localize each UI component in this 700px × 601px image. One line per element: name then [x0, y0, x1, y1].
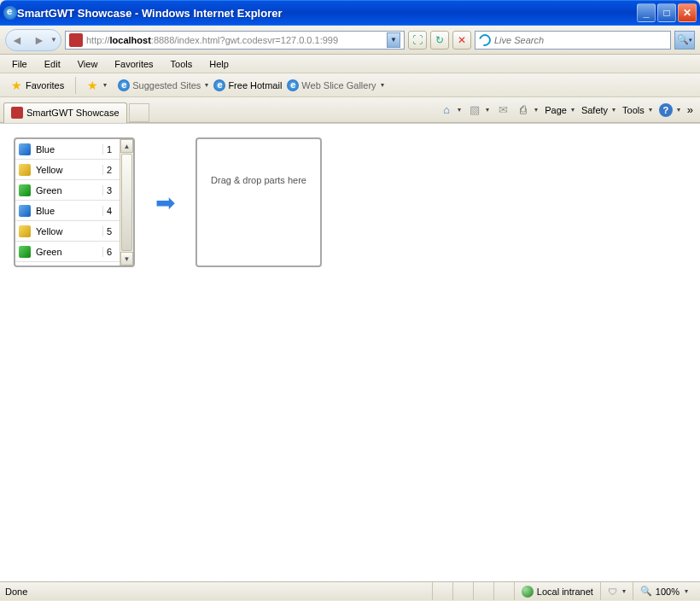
zoom-value: 100% — [656, 586, 680, 597]
ie-icon — [118, 79, 130, 91]
list-item[interactable]: Yellow5 — [15, 221, 120, 242]
tab-favicon — [11, 107, 23, 119]
list-item[interactable]: Blue1 — [15, 139, 120, 160]
menu-view[interactable]: View — [69, 56, 107, 72]
address-host: localhost — [110, 35, 151, 45]
feeds-button[interactable]: ▧▾ — [464, 102, 493, 119]
mail-button[interactable]: ✉ — [493, 102, 513, 119]
scrollbar[interactable]: ▲ ▼ — [120, 139, 133, 265]
webslice-label: Web Slice Gallery — [301, 80, 376, 90]
page-menu[interactable]: Page▾ — [541, 103, 578, 117]
list-body: Blue1 Yellow2 Green3 Blue4 Yellow5 Green… — [15, 139, 120, 265]
rss-icon: ▧ — [468, 103, 481, 117]
tools-label: Tools — [622, 105, 645, 115]
address-text: http://localhost:8888/index.html?gwt.cod… — [86, 35, 383, 45]
cube-icon — [19, 184, 31, 196]
item-num: 3 — [102, 185, 120, 195]
item-num: 4 — [102, 206, 120, 216]
home-button[interactable]: ⌂▾ — [436, 102, 464, 119]
item-name: Blue — [34, 144, 102, 155]
forward-button[interactable]: ► — [28, 30, 50, 50]
page-content: Blue1 Yellow2 Green3 Blue4 Yellow5 Green… — [0, 123, 700, 581]
address-protocol: http:// — [86, 35, 110, 45]
menu-file[interactable]: File — [3, 56, 36, 72]
hotmail-label: Free Hotmail — [228, 80, 282, 90]
item-num: 6 — [102, 247, 120, 257]
menu-bar: File Edit View Favorites Tools Help — [0, 55, 700, 73]
status-cell — [473, 582, 493, 600]
item-num: 5 — [102, 226, 120, 236]
cube-icon — [19, 143, 31, 155]
safety-menu[interactable]: Safety▾ — [578, 103, 619, 117]
scroll-thumb[interactable] — [121, 154, 132, 251]
status-text: Done — [5, 586, 432, 597]
scroll-down-button[interactable]: ▼ — [120, 252, 133, 265]
address-dropdown[interactable]: ▼ — [387, 32, 400, 48]
address-bar[interactable]: http://localhost:8888/index.html?gwt.cod… — [65, 31, 405, 50]
cube-icon — [19, 246, 31, 258]
globe-icon — [522, 586, 534, 598]
address-path: :8888/index.html?gwt.codesvr=127.0.0.1:9… — [151, 35, 338, 45]
page-label: Page — [545, 105, 567, 115]
item-name: Yellow — [34, 165, 102, 175]
mail-icon: ✉ — [496, 103, 510, 117]
suggested-sites-link[interactable]: Suggested Sites ▾ — [118, 79, 208, 91]
list-item[interactable]: Blue4 — [15, 201, 120, 221]
refresh-button[interactable]: ↻ — [430, 31, 449, 50]
window-title: SmartGWT Showcase - Windows Internet Exp… — [17, 7, 637, 20]
overflow-button[interactable]: » — [684, 103, 697, 116]
shield-icon: 🛡 — [608, 586, 617, 597]
search-input[interactable] — [494, 35, 667, 45]
stop-button[interactable]: ✕ — [452, 31, 471, 50]
item-name: Green — [34, 185, 102, 195]
ie-icon — [287, 79, 299, 91]
compatibility-button[interactable]: ⛶ — [408, 31, 427, 50]
minimize-button[interactable]: _ — [637, 3, 656, 22]
menu-edit[interactable]: Edit — [36, 56, 69, 72]
security-zone[interactable]: Local intranet — [514, 582, 600, 600]
free-hotmail-link[interactable]: Free Hotmail — [213, 79, 282, 91]
site-icon — [69, 33, 83, 47]
close-button[interactable]: ✕ — [678, 3, 697, 22]
print-icon: ⎙ — [516, 103, 530, 117]
menu-tools[interactable]: Tools — [162, 56, 201, 72]
add-favorite-button[interactable]: ★ ▾ — [81, 76, 113, 95]
status-cell — [493, 582, 514, 600]
web-slice-link[interactable]: Web Slice Gallery ▾ — [287, 79, 383, 91]
nav-arrows-group: ◄ ► ▼ — [5, 29, 61, 51]
print-button[interactable]: ⎙▾ — [513, 102, 541, 119]
search-bar[interactable] — [475, 31, 671, 50]
status-cell — [452, 582, 473, 600]
nav-history-dropdown[interactable]: ▼ — [50, 36, 61, 44]
star-add-icon: ★ — [87, 79, 98, 92]
tab-bar: SmartGWT Showcase ⌂▾ ▧▾ ✉ ⎙▾ Page▾ Safet… — [0, 97, 700, 123]
star-icon: ★ — [11, 79, 22, 92]
home-icon: ⌂ — [440, 103, 453, 117]
scroll-up-button[interactable]: ▲ — [120, 139, 133, 153]
zone-label: Local intranet — [537, 586, 593, 597]
help-button[interactable]: ?▾ — [656, 102, 684, 119]
list-item[interactable]: Yellow2 — [15, 160, 120, 180]
tab-active[interactable]: SmartGWT Showcase — [3, 102, 127, 123]
list-item[interactable]: Green6 — [15, 242, 120, 262]
drop-zone-text: Drag & drop parts here — [211, 175, 306, 185]
maximize-button[interactable]: □ — [657, 3, 676, 22]
protected-mode[interactable]: 🛡▾ — [600, 582, 633, 600]
item-name: Blue — [34, 206, 102, 216]
menu-help[interactable]: Help — [201, 56, 237, 72]
navigation-bar: ◄ ► ▼ http://localhost:8888/index.html?g… — [0, 26, 700, 55]
back-button[interactable]: ◄ — [6, 30, 28, 50]
ie-icon — [213, 79, 225, 91]
favorites-label: Favorites — [26, 80, 64, 90]
list-item[interactable]: Green3 — [15, 180, 120, 201]
search-go-button[interactable]: 🔍▾ — [674, 31, 695, 50]
item-num: 2 — [102, 165, 120, 175]
tools-menu[interactable]: Tools▾ — [619, 103, 656, 117]
zoom-control[interactable]: 🔍 100% ▾ — [633, 582, 695, 600]
favorites-button[interactable]: ★ Favorites — [5, 76, 70, 95]
status-bar: Done Local intranet 🛡▾ 🔍 100% ▾ — [0, 581, 700, 600]
drop-zone-panel[interactable]: Drag & drop parts here — [195, 137, 322, 267]
item-name: Yellow — [34, 226, 102, 236]
menu-favorites[interactable]: Favorites — [106, 56, 161, 72]
new-tab-button[interactable] — [129, 103, 149, 122]
